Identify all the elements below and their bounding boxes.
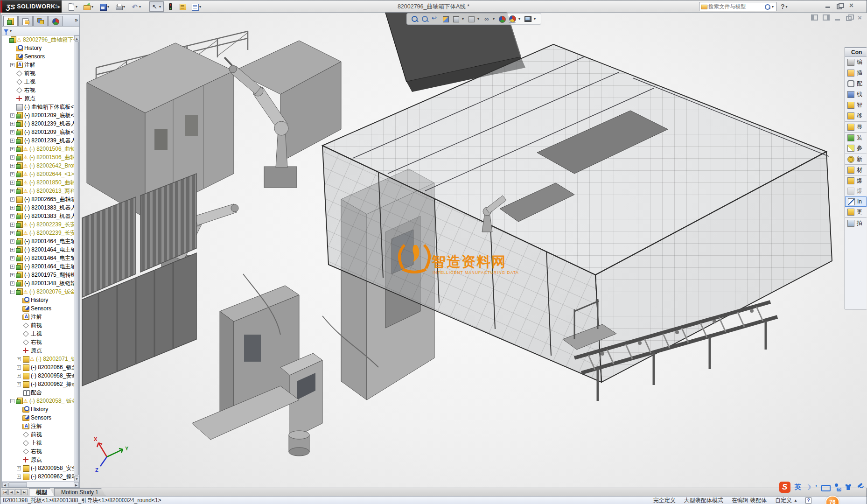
tree-item[interactable]: +⚠(-) 82002071_钣金房<1> [2,355,79,363]
tree-item[interactable]: 前视 [2,69,79,77]
assembly-tool-item[interactable]: 爆 [845,186,867,196]
assembly-tool-item[interactable]: 编 [845,57,867,68]
first-tab-icon[interactable]: |◀ [2,489,8,495]
apply-scene-icon[interactable] [508,15,517,23]
tree-item[interactable]: +⚠(-) 82002642_Brother机床<1> [2,161,79,170]
tree-item[interactable]: +(-) 82001464_电主轴支架<3> [2,254,79,262]
help-icon[interactable]: ? [781,3,785,10]
tree-item[interactable]: +(-) 82000962_操动件<2> [2,472,79,481]
view-orientation-icon[interactable] [452,15,460,23]
tree-item[interactable]: History [2,44,79,52]
ime-keyboard-icon[interactable] [821,483,829,491]
tree-item[interactable]: History [2,296,79,304]
search-caret-icon[interactable]: ▾ [772,5,775,9]
options-button[interactable]: ▾ [189,1,204,12]
assembly-tool-item[interactable]: 配 [845,78,867,89]
ime-moon-icon[interactable]: ☽ [805,483,811,491]
search-box[interactable]: ▾ [699,2,776,11]
tree-item[interactable]: 右视 [2,338,79,346]
cad-model-3d[interactable]: 智造资料网 INTELLIGENT MANUFACTURING DATA X Y… [80,13,867,488]
tree-item[interactable]: 配合 [2,388,79,397]
tree-item[interactable]: +⚠(-) 82002644_<1> (默认) [2,170,79,178]
scrollbar-thumb[interactable] [8,482,27,487]
prev-tab-icon[interactable]: ◀ [8,489,14,495]
tree-item[interactable]: 上视 [2,77,79,86]
menu-expand-arrow[interactable]: ▶ [56,0,62,13]
expand-toggle[interactable]: + [10,214,14,218]
tree-item[interactable]: +⚠(-) 82001506_曲轴箱下体<2> [2,153,79,161]
new-document-button[interactable]: ▾ [66,1,80,12]
selection-filter-button[interactable] [165,1,176,12]
assembly-tool-item[interactable]: 显 [845,121,867,132]
tree-item[interactable]: +(-) 82001239_机器人管线包<2> [2,136,79,145]
expand-toggle[interactable]: + [10,164,14,168]
expand-toggle[interactable]: + [10,206,14,210]
expand-toggle[interactable]: + [17,357,21,361]
expand-toggle[interactable]: + [10,113,14,118]
tree-item[interactable]: Sensors [2,52,79,61]
tree-item[interactable]: 原点 [2,94,79,103]
hide-show-items-icon[interactable]: ∞ [482,15,491,23]
panel-collapse-button[interactable]: » [75,17,78,23]
tree-item[interactable]: +(-) 82001464_电主轴支架<2> [2,245,79,254]
tab-displaymanager[interactable] [48,16,63,26]
expand-toggle[interactable]: + [17,475,21,479]
edit-appearance-icon[interactable] [498,15,506,23]
help-menu[interactable]: ? ▾ [781,2,789,11]
display-style-icon[interactable] [467,15,475,23]
previous-view-icon[interactable] [431,15,440,23]
tree-item[interactable]: +(-) 82000958_安全开关<1> [2,371,79,380]
tree-item[interactable]: +(-) 82001209_底板<1> (默认) [2,111,79,119]
tree-item[interactable]: 注解 [2,422,79,430]
ime-skin-icon[interactable] [845,483,852,491]
tab-model[interactable]: 模型 [29,488,54,496]
ime-punctuation-icon[interactable]: ’ [815,483,817,491]
expand-toggle[interactable]: + [10,155,14,160]
doc-restore-button[interactable] [846,14,853,21]
open-button[interactable]: ▾ [82,1,96,12]
scroll-left-icon[interactable]: ◀ [2,482,7,487]
close-button[interactable]: × [847,2,855,9]
help-caret-icon[interactable]: ▾ [786,5,789,9]
ime-settings-icon[interactable] [856,483,864,491]
expand-toggle[interactable]: + [10,273,14,277]
show-pane-left-icon[interactable] [811,14,818,21]
scroll-right-icon[interactable]: ▶ [74,482,79,487]
tree-item[interactable]: +(-) 82001348_板链输送机<1> [2,279,79,287]
caret-icon[interactable]: ▾ [477,17,481,21]
scroll-down-icon[interactable]: ▼ [74,476,79,481]
tree-item[interactable]: +⚠(-) 82001850_曲轴箱下体<1> [2,178,79,187]
expand-toggle[interactable]: + [10,122,14,126]
assembly-tool-item[interactable]: In [845,196,867,207]
expand-toggle[interactable]: + [10,197,14,202]
assembly-tool-item[interactable]: 材 [845,164,867,175]
expand-toggle[interactable]: + [10,248,14,252]
tree-item[interactable]: +(-) 82000962_操动件<1> [2,380,79,388]
view-settings-icon[interactable] [524,15,532,23]
expand-toggle[interactable]: + [17,365,21,370]
tree-item[interactable]: +(-) 82001383_机器人管线包<2> [2,212,79,220]
expand-toggle[interactable]: + [10,147,14,151]
tree-item[interactable]: 原点 [2,455,79,464]
customize-caret-icon[interactable]: ▲ [794,498,797,503]
tree-item[interactable]: −⚠(-) 82002058_ 钣金房组件<1> [2,397,79,405]
tab-featuremanager[interactable] [3,16,18,26]
scroll-up-icon[interactable]: ▲ [74,35,79,41]
tree-item[interactable]: −⚠(-) 82002076_钣金房组件<1> [2,287,79,296]
expand-toggle[interactable]: + [10,130,14,134]
tree-item[interactable]: +注解 [2,61,79,69]
tree-item[interactable]: +(-) 82001464_电主轴支架<4> [2,262,79,271]
tree-item[interactable]: 上视 [2,439,79,447]
next-tab-icon[interactable]: ▶ [15,489,21,495]
tree-item[interactable]: +(-) 82002066_钣金房卷帘门<1> [2,363,79,371]
section-view-icon[interactable] [441,15,450,23]
tree-item[interactable]: +(-) 82001975_翻转机.1<1> [2,271,79,279]
assembly-tool-item[interactable]: 爆 [845,175,867,186]
caret-icon[interactable]: ▾ [462,17,465,21]
expand-toggle[interactable]: + [10,181,14,185]
assembly-tool-item[interactable]: 参 [845,143,867,154]
tree-item[interactable]: 前视 [2,321,79,329]
graphics-area[interactable]: 智造资料网 INTELLIGENT MANUFACTURING DATA X Y… [80,13,867,488]
tab-propertymanager[interactable] [18,16,33,26]
quick-tips-icon[interactable]: ? [805,497,811,504]
